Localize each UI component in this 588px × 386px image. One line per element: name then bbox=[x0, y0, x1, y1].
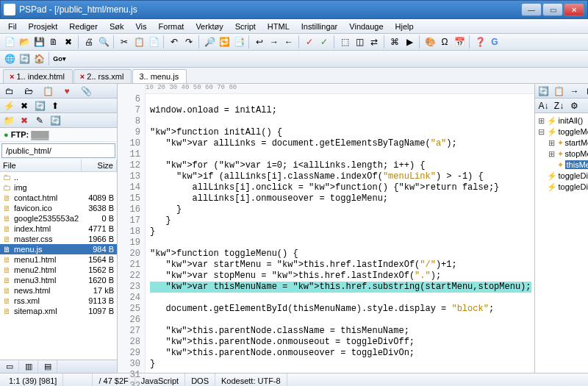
file-row[interactable]: 🗎menu1.html1564 B bbox=[0, 254, 117, 265]
outline-initAll()[interactable]: ⊞⚡initAll() bbox=[537, 115, 588, 126]
up-icon[interactable]: ⬆ bbox=[49, 99, 62, 112]
char-icon[interactable]: Ω bbox=[438, 35, 451, 49]
tab-index.html[interactable]: ×1.. index.html bbox=[3, 69, 73, 83]
copy-icon[interactable]: 📋 bbox=[132, 35, 146, 49]
replace-icon[interactable]: 🔁 bbox=[218, 35, 231, 49]
redo-icon[interactable]: ↷ bbox=[182, 35, 196, 49]
clips-tab-icon[interactable]: 📎 bbox=[76, 84, 96, 98]
menu-format[interactable]: Format bbox=[154, 21, 190, 32]
outline-toggleMenu()[interactable]: ⊟⚡toggleMenu() bbox=[537, 126, 588, 137]
macro-icon[interactable]: ▶ bbox=[403, 35, 416, 49]
save-icon[interactable]: 💾 bbox=[32, 35, 46, 49]
newfolder-icon[interactable]: 📁 bbox=[2, 114, 15, 127]
indent-icon[interactable]: → bbox=[268, 35, 281, 49]
tab-menu.js[interactable]: 3.. menu.js bbox=[132, 69, 187, 83]
file-row[interactable]: 🗎index.html4771 B bbox=[0, 224, 117, 234]
menu-rediger[interactable]: Rediger bbox=[64, 21, 103, 32]
new-icon[interactable]: 📄 bbox=[3, 35, 16, 49]
project-tab-icon[interactable]: 📋 bbox=[38, 84, 57, 98]
print-icon[interactable]: 🖨 bbox=[82, 35, 96, 49]
favorites-tab-icon[interactable]: ♥ bbox=[57, 84, 76, 98]
collapse-icon[interactable]: ⊟ bbox=[584, 85, 588, 98]
menu-søk[interactable]: Søk bbox=[104, 21, 129, 32]
file-row[interactable]: 🗎rss.xml9113 B bbox=[0, 296, 117, 306]
sort-az-icon[interactable]: A↓ bbox=[537, 99, 551, 112]
menu-html[interactable]: HTML bbox=[262, 21, 295, 32]
home-icon[interactable]: 🏠 bbox=[32, 52, 46, 65]
disconnect-icon[interactable]: ✖ bbox=[18, 99, 31, 112]
menu-instillingar[interactable]: Instillingar bbox=[296, 21, 343, 32]
validate-icon[interactable]: ✓ bbox=[318, 35, 331, 49]
connect-icon[interactable]: ⚡ bbox=[2, 99, 15, 112]
outline-startMenu[interactable]: ⊞✦startMenu bbox=[537, 137, 588, 149]
file-row[interactable]: 🗀.. bbox=[0, 172, 117, 182]
file-row[interactable]: 🗎menu2.html1562 B bbox=[0, 265, 117, 275]
file-row[interactable]: 🗎menu3.html1620 B bbox=[0, 275, 117, 285]
wrap-icon[interactable]: ↩ bbox=[253, 35, 266, 49]
refresh-icon[interactable]: 🔄 bbox=[18, 52, 31, 65]
close-button[interactable]: ✕ bbox=[564, 3, 584, 16]
delete-icon[interactable]: ✖ bbox=[18, 114, 31, 127]
preview-icon[interactable]: 🔍 bbox=[97, 35, 110, 49]
tab-rss.xml[interactable]: ×2.. rss.xml bbox=[74, 69, 132, 83]
hex-icon[interactable]: ⬚ bbox=[338, 35, 351, 49]
file-row[interactable]: 🗎google2535553a2...0 B bbox=[0, 213, 117, 224]
ftp-path[interactable]: /public_html/ bbox=[1, 143, 115, 158]
pb1-icon[interactable]: ▭ bbox=[0, 360, 19, 373]
file-row[interactable]: 🗀img bbox=[0, 182, 117, 193]
saveall-icon[interactable]: 🗎 bbox=[47, 35, 60, 49]
google-icon[interactable]: G bbox=[488, 35, 501, 49]
shell-icon[interactable]: ⌘ bbox=[388, 35, 401, 49]
ftp-tab-icon[interactable]: 🗁 bbox=[19, 84, 38, 98]
outline-thisMenuName[interactable]: ✦thisMenuName bbox=[537, 160, 588, 171]
help-icon[interactable]: ❓ bbox=[473, 35, 487, 49]
file-row[interactable]: 🗎sitemap.xml1097 B bbox=[0, 306, 117, 316]
sync-icon[interactable]: 🔄 bbox=[33, 99, 46, 112]
file-row[interactable]: 🗎master.css1966 B bbox=[0, 234, 117, 244]
file-header-size[interactable]: Size bbox=[82, 160, 117, 171]
refresh2-icon[interactable]: 🔄 bbox=[49, 114, 62, 127]
code-editor[interactable]: 10 20 30 40 50 60 70 80 6789101112131415… bbox=[118, 84, 534, 373]
go-icon[interactable]: Go▾ bbox=[53, 52, 66, 65]
undo-icon[interactable]: ↶ bbox=[168, 35, 181, 49]
code-content[interactable]: window.onload = initAll; "kw">function i… bbox=[146, 84, 534, 373]
spell-icon[interactable]: ✓ bbox=[303, 35, 316, 49]
color-icon[interactable]: 🎨 bbox=[423, 35, 437, 49]
file-row[interactable]: 🗎menu.js984 B bbox=[0, 244, 117, 254]
rename-icon[interactable]: ✎ bbox=[33, 114, 46, 127]
outline-stopMenu[interactable]: ⊞✦stopMenu bbox=[537, 149, 588, 160]
outline-toggleDivOn()[interactable]: ⚡toggleDivOn() bbox=[537, 171, 588, 182]
diff-icon[interactable]: ⇄ bbox=[368, 35, 381, 49]
copy-outline-icon[interactable]: 📋 bbox=[553, 85, 566, 98]
file-header-name[interactable]: File bbox=[0, 160, 82, 171]
file-row[interactable]: 🗎contact.html4089 B bbox=[0, 193, 117, 203]
file-row[interactable]: 🗎news.html17 kB bbox=[0, 285, 117, 296]
sync-outline-icon[interactable]: 🔄 bbox=[537, 85, 551, 98]
menu-hjelp[interactable]: Hjelp bbox=[390, 21, 419, 32]
filter-icon[interactable]: ⚙ bbox=[568, 99, 581, 112]
menu-verktøy[interactable]: Verktøy bbox=[190, 21, 228, 32]
menu-script[interactable]: Script bbox=[230, 21, 261, 32]
files-tab-icon[interactable]: 🗀 bbox=[0, 84, 19, 98]
cut-icon[interactable]: ✂ bbox=[118, 35, 131, 49]
sort-za-icon[interactable]: Z↓ bbox=[553, 99, 566, 112]
paste-icon[interactable]: 📄 bbox=[147, 35, 160, 49]
menu-vis[interactable]: Vis bbox=[130, 21, 151, 32]
outline-toggleDivOff()[interactable]: ⚡toggleDivOff() bbox=[537, 182, 588, 193]
globe-icon[interactable]: 🌐 bbox=[3, 52, 16, 65]
menu-vindauge[interactable]: Vindauge bbox=[344, 21, 388, 32]
minimize-button[interactable]: — bbox=[521, 3, 542, 16]
open-icon[interactable]: 📂 bbox=[18, 35, 31, 49]
pb2-icon[interactable]: ▥ bbox=[19, 360, 38, 373]
menu-prosjekt[interactable]: Prosjekt bbox=[24, 21, 63, 32]
close-icon[interactable]: ✖ bbox=[62, 35, 75, 49]
split-icon[interactable]: ◫ bbox=[353, 35, 366, 49]
maximize-button[interactable]: ▭ bbox=[542, 3, 563, 16]
goto-icon[interactable]: → bbox=[568, 85, 581, 98]
menu-fil[interactable]: Fil bbox=[3, 21, 22, 32]
findfiles-icon[interactable]: 📑 bbox=[232, 35, 245, 49]
pb3-icon[interactable]: ▤ bbox=[38, 360, 57, 373]
date-icon[interactable]: 📅 bbox=[453, 35, 466, 49]
file-row[interactable]: 🗎favicon.ico3638 B bbox=[0, 203, 117, 213]
outdent-icon[interactable]: ← bbox=[282, 35, 295, 49]
